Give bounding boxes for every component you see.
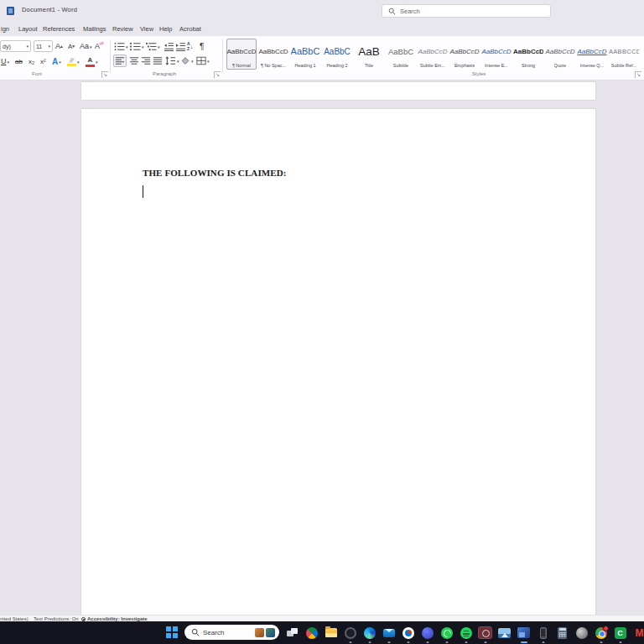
chevron-down-icon: ▾: [26, 44, 29, 49]
font-size-value: 11: [36, 44, 42, 49]
ribbon-tab-row: ign Layout References Mailings Review Vi…: [0, 22, 644, 36]
taskbar-icon-spotify[interactable]: [456, 621, 475, 644]
style-chip-strong[interactable]: AaBbCcDStrong: [513, 39, 543, 70]
shrink-font-button[interactable]: A▾: [68, 40, 75, 53]
tab-acrobat[interactable]: Acrobat: [179, 25, 201, 33]
align-center-button[interactable]: [129, 55, 139, 67]
highlighter-icon: [69, 58, 75, 63]
line-spacing-button[interactable]: ▾: [165, 55, 179, 67]
tab-layout[interactable]: Layout: [18, 25, 38, 33]
text-effects-button[interactable]: A▾: [52, 55, 61, 68]
chevron-down-icon: ▾: [126, 44, 128, 49]
settings-knot-icon: [576, 627, 588, 639]
change-case-button[interactable]: Aa▾: [80, 40, 92, 53]
clear-formatting-button[interactable]: A: [95, 40, 105, 53]
search-icon: [191, 628, 200, 636]
tab-mailings[interactable]: Mailings: [83, 25, 106, 33]
font-name-value: dy): [3, 44, 11, 49]
taskbar-icon-photos[interactable]: [495, 621, 514, 644]
tab-references[interactable]: References: [43, 25, 75, 33]
start-button[interactable]: [166, 626, 178, 638]
style-chip-heading-1[interactable]: AaBbCHeading 1: [290, 39, 320, 70]
decrease-indent-button[interactable]: [164, 40, 174, 53]
style-label: Heading 2: [326, 63, 347, 68]
style-chip-quote[interactable]: AaBbCcDQuote: [545, 39, 575, 70]
style-chip-intense-e[interactable]: AaBbCcDIntense E...: [481, 39, 512, 70]
tab-design-partial[interactable]: ign: [1, 25, 9, 33]
taskbar-icon-task-view[interactable]: [283, 621, 302, 644]
word-icon: [517, 627, 530, 638]
document-canvas[interactable]: THE FOLLOWING IS CLAIMED:: [0, 80, 644, 615]
taskbar-icon-gmail[interactable]: M: [630, 621, 644, 644]
camtasia-icon: C: [615, 627, 626, 639]
justify-button[interactable]: [153, 55, 163, 67]
style-chip-heading-2[interactable]: AaBbCHeading 2: [322, 39, 352, 70]
headset-app-icon: [345, 627, 356, 639]
tab-help[interactable]: Help: [159, 25, 172, 33]
style-chip-normal[interactable]: AaBbCcD¶ Normal: [226, 39, 257, 70]
edge-icon: [364, 627, 376, 639]
style-chip-no-spac[interactable]: AaBbCcD¶ No Spac...: [258, 39, 288, 70]
style-chip-intense-q[interactable]: AaBbCcDIntense Q...: [577, 39, 607, 70]
numbering-button[interactable]: ▾: [130, 40, 144, 53]
taskbar-icon-whatsapp[interactable]: [437, 621, 456, 644]
tab-review[interactable]: Review: [112, 25, 133, 33]
taskbar-icon-screen-share[interactable]: [475, 621, 495, 644]
style-chip-subtitle[interactable]: AaBbCSubtitle: [386, 39, 416, 70]
font-color-button[interactable]: A▾: [86, 55, 98, 68]
taskbar-icon-teams[interactable]: [418, 621, 437, 644]
align-left-button[interactable]: [113, 55, 127, 67]
style-chip-title[interactable]: AaBTitle: [354, 39, 384, 70]
style-label: Subtle Em...: [420, 63, 445, 68]
chevron-down-icon: ▾: [207, 59, 210, 64]
style-chip-subtle-em[interactable]: AaBbCcDSubtle Em...: [418, 39, 448, 70]
taskbar-icon-calculator[interactable]: [553, 621, 572, 644]
taskbar-icon-chrome[interactable]: [591, 621, 610, 644]
taskbar-icon-edge[interactable]: [360, 621, 379, 644]
photos-icon: [498, 628, 511, 638]
underline-button[interactable]: U▾: [1, 55, 9, 68]
shading-button[interactable]: ▾: [180, 55, 194, 67]
styles-dialog-launcher[interactable]: ↘: [635, 71, 641, 78]
style-chip-emphasis[interactable]: AaBbCcDEmphasis: [449, 39, 480, 70]
align-right-button[interactable]: [141, 55, 151, 67]
sort-button[interactable]: AZ↓: [187, 40, 193, 53]
paragraph-dialog-launcher[interactable]: ↘: [214, 71, 221, 78]
style-chip-subtle-ref[interactable]: AABBCCDSubtle Ref...: [609, 39, 639, 70]
strikethrough-button[interactable]: ab: [15, 55, 23, 68]
word-app-icon: [7, 7, 14, 15]
multilevel-list-button[interactable]: ▾: [146, 40, 160, 53]
tab-view[interactable]: View: [140, 25, 153, 33]
titlebar: Document1 - Word Search: [0, 0, 644, 22]
taskbar-icon-camtasia[interactable]: C: [610, 621, 630, 644]
bullets-button[interactable]: ▾: [114, 40, 128, 53]
subscript-button[interactable]: x₂: [29, 55, 34, 68]
taskbar-icon-file-explorer[interactable]: [321, 621, 340, 644]
grow-font-button[interactable]: A▴: [55, 40, 63, 53]
font-dialog-launcher[interactable]: ↘: [101, 71, 108, 78]
taskbar-icon-headset-app[interactable]: [340, 621, 360, 644]
taskbar-icon-phone-link[interactable]: [533, 621, 553, 644]
taskbar-search[interactable]: Search: [184, 625, 279, 640]
style-sample: AaBbCcD: [577, 39, 606, 63]
font-size-combo[interactable]: 11▾: [34, 40, 53, 52]
previous-page-bottom[interactable]: [81, 82, 595, 100]
show-formatting-marks-button[interactable]: ¶: [200, 40, 204, 53]
taskbar-icon-widgets[interactable]: [302, 621, 321, 644]
font-color-bar: [86, 65, 95, 67]
numbered-list-icon: [130, 42, 141, 51]
borders-icon: [196, 56, 206, 65]
taskbar-icon-word[interactable]: [514, 621, 533, 644]
borders-button[interactable]: ▾: [196, 55, 210, 67]
increase-indent-button[interactable]: [175, 40, 186, 53]
search-placeholder: Search: [400, 8, 420, 15]
superscript-button[interactable]: x²: [40, 55, 46, 68]
document-page[interactable]: THE FOLLOWING IS CLAIMED:: [81, 109, 595, 615]
ribbon-search-box[interactable]: Search: [382, 4, 551, 18]
taskbar-icon-copilot[interactable]: [398, 621, 418, 644]
font-name-combo[interactable]: dy)▾: [0, 40, 31, 52]
taskbar-icon-mail[interactable]: [379, 621, 398, 644]
highlight-color-button[interactable]: ▾: [67, 55, 80, 68]
taskbar-icon-settings-knot[interactable]: [572, 621, 591, 644]
paragraph-group-label: Paragraph: [153, 71, 176, 76]
